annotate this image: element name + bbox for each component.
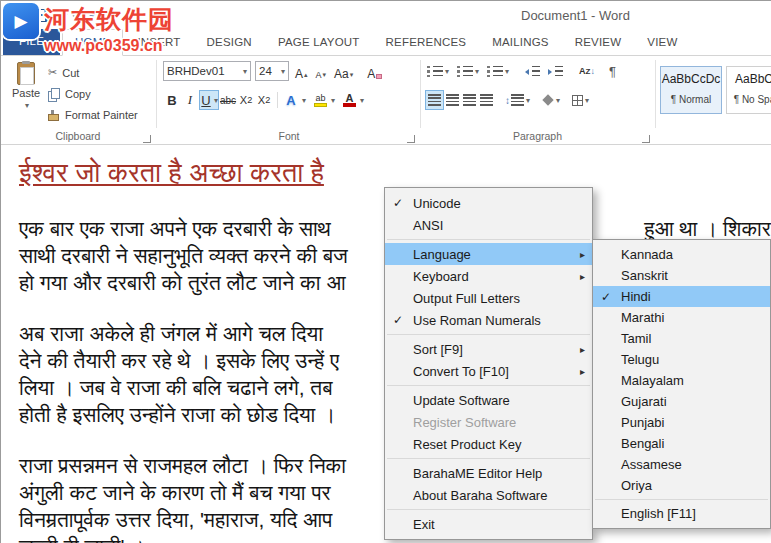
- align-right-button[interactable]: [461, 90, 478, 110]
- show-paragraph-marks-button[interactable]: ¶: [607, 61, 618, 81]
- language-menu-item[interactable]: ✓ Punjabi ▸: [593, 412, 770, 433]
- multilevel-list-icon: [487, 66, 503, 77]
- ribbon-tab[interactable]: INSERT: [125, 29, 192, 55]
- superscript-button[interactable]: X2: [255, 90, 273, 110]
- ribbon-tab[interactable]: REVIEW: [563, 29, 634, 55]
- ribbon-tab[interactable]: DESIGN: [195, 29, 264, 55]
- numbering-button[interactable]: ▾: [455, 61, 481, 81]
- ribbon-tab[interactable]: PAGE LAYOUT: [266, 29, 372, 55]
- cut-button[interactable]: ✂ Cut: [48, 63, 79, 82]
- language-menu-item-label: Malayalam: [621, 373, 684, 388]
- menu-item[interactable]: ✓ Sort [F9] ▸: [385, 338, 592, 360]
- font-size-dropdown-icon[interactable]: ▾: [281, 67, 285, 76]
- menu-item[interactable]: ✓ About Baraha Software ▸: [385, 484, 592, 506]
- text-effects-button[interactable]: A ▾: [282, 90, 306, 110]
- subscript-button[interactable]: X2: [237, 90, 255, 110]
- align-left-button[interactable]: [425, 90, 444, 110]
- ribbon-tab[interactable]: REFERENCES: [374, 29, 479, 55]
- language-menu-item[interactable]: ✓ Malayalam ▸: [593, 370, 770, 391]
- quick-access-toolbar: W ↶ ▾ ↷: [7, 5, 95, 25]
- language-menu-item[interactable]: ✓ Hindi ▸: [593, 286, 770, 307]
- language-menu-item[interactable]: ✓ Assamese ▸: [593, 454, 770, 475]
- paragraph-dialog-launcher[interactable]: [642, 135, 650, 143]
- menu-item[interactable]: ✓ Update Software ▸: [385, 389, 592, 411]
- down-arrow-icon: ▾: [323, 71, 327, 79]
- line-spacing-button[interactable]: ↕ ▾: [503, 90, 532, 110]
- strikethrough-button[interactable]: abc: [219, 90, 237, 110]
- font-dialog-launcher[interactable]: [407, 135, 415, 143]
- underline-button[interactable]: U ▾: [199, 90, 219, 110]
- copy-button[interactable]: Copy: [48, 84, 91, 103]
- align-center-button[interactable]: [444, 90, 461, 110]
- font-color-dropdown-icon[interactable]: ▾: [360, 96, 364, 105]
- save-icon[interactable]: [35, 9, 48, 22]
- underline-dropdown-icon[interactable]: ▾: [214, 96, 218, 105]
- font-name-combobox[interactable]: BRHDev01 ▾: [163, 61, 251, 81]
- borders-button[interactable]: ▾: [570, 90, 591, 110]
- font-color-button[interactable]: A ▾: [341, 90, 364, 110]
- text-effects-dropdown-icon[interactable]: ▾: [302, 96, 306, 105]
- bold-button[interactable]: B: [163, 90, 181, 110]
- style-chip[interactable]: AaBbCc ¶ No Spac: [726, 66, 771, 114]
- format-painter-button[interactable]: Format Painter: [48, 105, 138, 124]
- menu-item[interactable]: ✓ Keyboard ▸: [385, 265, 592, 287]
- word-logo-icon[interactable]: W: [7, 5, 27, 25]
- text-highlight-button[interactable]: ab ▾: [312, 90, 335, 110]
- menu-item-label: Sort [F9]: [413, 342, 463, 357]
- decrease-indent-button[interactable]: [523, 61, 542, 81]
- italic-button[interactable]: I: [181, 90, 199, 110]
- undo-icon[interactable]: ↶: [56, 8, 68, 22]
- styles-group: AaBbCcDc ¶ Normal AaBbCc ¶ No Spac: [658, 56, 771, 144]
- shading-button[interactable]: ▾: [540, 90, 562, 110]
- menu-item-label: Output Full Letters: [413, 291, 520, 306]
- language-menu-item[interactable]: ✓ Marathi ▸: [593, 307, 770, 328]
- menu-item-label: Update Software: [413, 393, 510, 408]
- menu-item[interactable]: ✓ Reset Product Key ▸: [385, 433, 592, 455]
- menu-item[interactable]: ✓ Convert To [F10] ▸: [385, 360, 592, 382]
- shrink-font-button[interactable]: A▾: [314, 61, 329, 81]
- multilevel-list-button[interactable]: ▾: [485, 61, 511, 81]
- ribbon-tab[interactable]: HOME: [62, 29, 123, 56]
- scissors-icon: ✂: [48, 66, 57, 79]
- numbered-list-icon: [457, 66, 473, 77]
- language-menu-item[interactable]: ✓ English [F11] ▸: [593, 503, 770, 524]
- font-name-dropdown-icon[interactable]: ▾: [243, 67, 247, 76]
- font-group-label: Font: [159, 130, 419, 142]
- sort-button[interactable]: AZ ↓: [577, 61, 597, 81]
- justify-button[interactable]: [478, 90, 495, 110]
- language-menu-item[interactable]: ✓ Gujarati ▸: [593, 391, 770, 412]
- ribbon-tab[interactable]: FILE: [3, 28, 60, 55]
- menu-item[interactable]: ✓ Use Roman Numerals ▸: [385, 309, 592, 331]
- paste-dropdown-arrow-icon[interactable]: ▾: [25, 101, 29, 110]
- font-color-bar: [343, 103, 356, 107]
- font-size-combobox[interactable]: 24 ▾: [255, 61, 289, 81]
- menu-item[interactable]: ✓ Unicode ▸: [385, 192, 592, 214]
- language-menu-item[interactable]: ✓ Tamil ▸: [593, 328, 770, 349]
- language-menu-item[interactable]: ✓ Telugu ▸: [593, 349, 770, 370]
- menu-item[interactable]: ✓ BarahaME Editor Help ▸: [385, 462, 592, 484]
- check-icon: ✓: [393, 196, 403, 210]
- menu-item[interactable]: ✓ Register Software ▸: [385, 411, 592, 433]
- increase-indent-button[interactable]: [546, 61, 565, 81]
- language-menu-item[interactable]: ✓ Kannada ▸: [593, 244, 770, 265]
- ribbon-tab[interactable]: VIEW: [635, 29, 689, 55]
- style-chip[interactable]: AaBbCcDc ¶ Normal: [660, 66, 722, 114]
- language-menu-item[interactable]: ✓ Oriya ▸: [593, 475, 770, 496]
- change-case-button[interactable]: Aa▾: [332, 61, 355, 81]
- clipboard-dialog-launcher[interactable]: [143, 135, 151, 143]
- menu-item[interactable]: ✓ Output Full Letters ▸: [385, 287, 592, 309]
- clear-formatting-button[interactable]: A: [365, 61, 384, 81]
- language-menu-item[interactable]: ✓ Bengali ▸: [593, 433, 770, 454]
- paste-button[interactable]: Paste ▾: [6, 60, 46, 122]
- language-menu-item[interactable]: ✓ Sanskrit ▸: [593, 265, 770, 286]
- redo-icon[interactable]: ↷: [83, 8, 95, 22]
- menu-item[interactable]: ✓ Language ▸: [385, 243, 592, 265]
- menu-item[interactable]: ✓ Exit ▸: [385, 513, 592, 535]
- menu-item[interactable]: ✓ ANSI ▸: [385, 214, 592, 236]
- ribbon-tab[interactable]: MAILINGS: [480, 29, 561, 55]
- grow-font-button[interactable]: A▴: [293, 61, 310, 81]
- highlight-dropdown-icon[interactable]: ▾: [331, 96, 335, 105]
- menu-separator: [387, 385, 590, 386]
- bullets-button[interactable]: ▾: [425, 61, 451, 81]
- undo-dropdown-arrow-icon[interactable]: ▾: [72, 11, 76, 19]
